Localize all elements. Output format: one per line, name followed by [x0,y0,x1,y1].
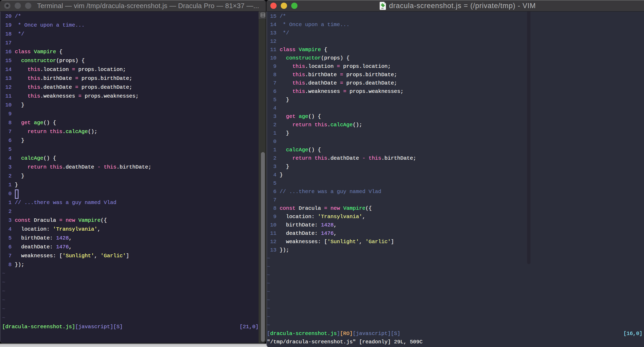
svg-text:JS: JS [381,7,384,10]
